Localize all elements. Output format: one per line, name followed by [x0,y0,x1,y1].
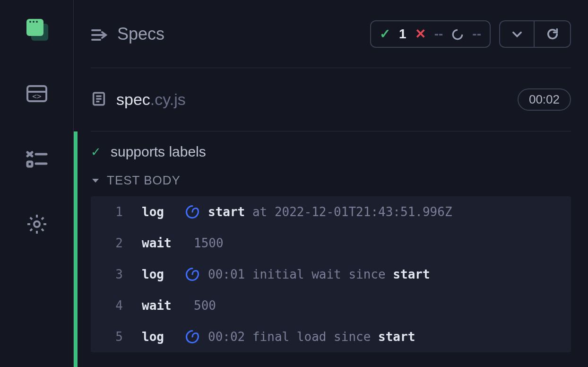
log-row[interactable]: 2wait1500 [91,227,571,259]
spiral-icon [185,267,199,281]
command-name: wait [142,298,185,313]
test-title-row[interactable]: ✓ supports labels [91,144,571,160]
expand-dropdown-button[interactable] [499,20,534,48]
svg-point-8 [34,221,40,227]
log-message: 500 [194,298,216,313]
test-title-text: supports labels [111,144,206,160]
log-row[interactable]: 3log00:01 initial wait since start [91,259,571,290]
log-message: start at 2022-12-01T21:43:51.996Z [208,205,452,219]
test-status-pill[interactable]: ✓ 1 ✕ -- -- [370,20,491,48]
app-logo [26,19,47,40]
command-name: wait [142,236,185,250]
reload-icon [546,27,559,41]
spec-filename: spec.cy.js [116,90,186,109]
log-message: 1500 [194,236,224,250]
page-title: Specs [91,24,164,44]
pending-icon [451,26,464,42]
main-panel: Specs ✓ 1 ✕ -- -- [74,0,588,367]
line-number: 3 [104,267,123,281]
runs-nav-icon[interactable] [26,148,48,170]
svg-rect-7 [27,162,32,166]
command-log: 1logstart at 2022-12-01T21:43:51.996Z2wa… [91,196,571,352]
log-row[interactable]: 4wait500 [91,290,571,321]
log-message: 00:01 initial wait since start [208,267,430,281]
log-row[interactable]: 5log00:02 final load since start [91,321,571,352]
line-number: 1 [104,205,123,219]
chevron-down-icon [510,27,524,41]
reload-button[interactable] [534,20,571,48]
test-body-toggle[interactable]: TEST BODY [91,173,571,188]
spiral-icon [185,205,199,219]
sidebar: <> [0,0,74,367]
pending-count: -- [472,26,481,42]
line-number: 2 [104,236,123,250]
svg-text:<>: <> [32,92,41,101]
section-label: TEST BODY [107,173,181,188]
specs-icon [91,26,108,43]
chevron-down-icon [91,176,100,185]
duration-badge: 00:02 [518,88,571,111]
spiral-icon [185,330,199,344]
line-number: 4 [104,298,123,313]
command-name: log [142,330,185,344]
spec-file-row[interactable]: spec.cy.js 00:02 [91,68,571,131]
fail-count: -- [434,26,443,42]
log-row[interactable]: 1logstart at 2022-12-01T21:43:51.996Z [91,196,571,227]
pass-count: 1 [399,26,406,42]
svg-marker-16 [92,179,99,183]
log-message: 00:02 final load since start [208,330,415,344]
test-pass-icon: ✓ [91,145,101,159]
file-icon [91,91,107,109]
test-block: ✓ supports labels TEST BODY 1logstart at… [74,131,571,367]
fail-x-icon: ✕ [415,26,426,42]
browser-nav-icon[interactable]: <> [26,82,48,105]
settings-nav-icon[interactable] [26,213,48,236]
line-number: 5 [104,330,123,344]
page-title-text: Specs [117,24,164,44]
command-name: log [142,205,185,219]
header: Specs ✓ 1 ✕ -- -- [91,0,571,68]
command-name: log [142,267,185,281]
pass-check-icon: ✓ [380,26,390,42]
